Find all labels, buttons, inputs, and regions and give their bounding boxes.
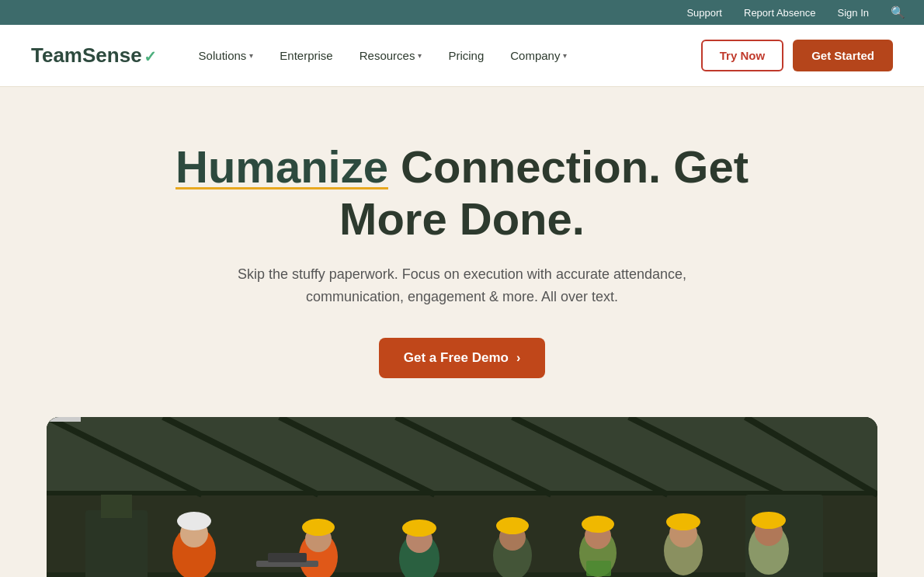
headline-humanize: Humanize [175,141,388,192]
get-started-button[interactable]: Get Started [793,40,893,71]
nav-resources[interactable]: Resources ▾ [349,43,433,68]
nav-solutions[interactable]: Solutions ▾ [188,43,265,68]
logo-sense: Sense [82,43,142,67]
svg-rect-12 [101,495,132,518]
nav-pricing[interactable]: Pricing [437,43,495,68]
svg-rect-38 [586,561,611,576]
hero-image: R Revain [47,417,877,577]
demo-cta-button[interactable]: Get a Free Demo › [379,338,545,378]
svg-rect-1 [47,417,877,495]
company-chevron-icon: ▾ [563,51,567,60]
svg-point-23 [402,520,436,537]
top-bar: Support Report Absence Sign In 🔍 [0,0,924,25]
hero-image-section: R Revain [0,417,924,577]
svg-point-29 [582,516,614,533]
svg-rect-37 [268,553,307,562]
hero-section: Humanize Connection. Get More Done. Skip… [0,87,924,417]
svg-point-26 [496,517,529,534]
logo-checkmark: ✓ [144,48,157,65]
factory-scene-svg [47,417,877,577]
hero-subtext: Skip the stuffy paperwork. Focus on exec… [229,263,695,308]
hero-headline: Humanize Connection. Get More Done. [167,141,757,245]
sign-in-link[interactable]: Sign In [838,7,869,19]
resources-chevron-icon: ▾ [418,51,422,60]
main-nav: TeamSense✓ Solutions ▾ Enterprise Resour… [0,25,924,87]
headline-rest: Connection. Get More Done. [339,141,749,244]
svg-point-35 [752,512,786,529]
svg-rect-11 [85,510,148,577]
support-link[interactable]: Support [686,7,722,19]
svg-point-16 [177,512,211,530]
nav-cta: Try Now Get Started [701,40,893,71]
logo[interactable]: TeamSense✓ [31,43,157,68]
nav-company[interactable]: Company ▾ [499,43,578,68]
try-now-button[interactable]: Try Now [701,40,783,71]
nav-enterprise[interactable]: Enterprise [269,43,343,68]
svg-point-32 [666,513,700,530]
solutions-chevron-icon: ▾ [249,51,253,60]
report-absence-link[interactable]: Report Absence [744,7,816,19]
nav-links: Solutions ▾ Enterprise Resources ▾ Prici… [188,43,701,68]
svg-rect-17 [47,417,81,422]
logo-team: Team [31,43,82,67]
search-icon[interactable]: 🔍 [891,5,905,19]
demo-cta-label: Get a Free Demo [404,350,509,366]
demo-cta-arrow-icon: › [516,351,520,365]
logo-text: TeamSense✓ [31,43,157,68]
svg-point-20 [302,519,335,536]
